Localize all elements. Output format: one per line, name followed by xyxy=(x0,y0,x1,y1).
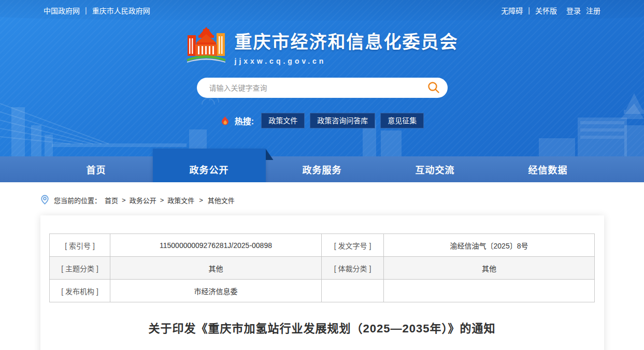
meta-label-empty xyxy=(322,280,384,302)
top-bar-left-divider: | xyxy=(85,6,87,14)
meta-label-genre-category: [ 体裁分类 ] xyxy=(322,257,384,280)
meta-value-subject-category: 其他 xyxy=(110,257,322,280)
top-bar-right-divider: | xyxy=(528,6,530,14)
link-chongqing-gov[interactable]: 重庆市人民政府网 xyxy=(92,5,150,16)
location-pin-icon xyxy=(40,195,49,205)
nav-item-interaction-label: 互动交流 xyxy=(416,163,455,176)
top-utility-bar: 中国政府网 | 重庆市人民政府网 无障碍 | 关怀版 登录 注册 xyxy=(0,0,644,21)
search-input[interactable] xyxy=(197,78,448,98)
breadcrumb-prefix: 您当前的位置： xyxy=(54,195,101,205)
nav-item-economic-data-label: 经信数据 xyxy=(528,163,568,176)
site-logo-icon xyxy=(186,27,226,66)
document-title: 关于印发《重庆市加氢站行业发展规划（2025—2035年）》的通知 xyxy=(49,319,595,336)
meta-value-issuing-agency: 市经济信息委 xyxy=(110,280,322,302)
search-bar xyxy=(197,78,448,98)
nav-item-economic-data[interactable]: 经信数据 xyxy=(492,156,605,182)
hot-search-label: 热搜: xyxy=(235,114,254,127)
meta-label-doc-number: [ 发文字号 ] xyxy=(322,234,384,257)
hot-search-item-opinion[interactable]: 意见征集 xyxy=(380,113,424,128)
link-accessibility[interactable]: 无障碍 xyxy=(501,5,523,16)
breadcrumb-gov-disclosure[interactable]: 政务公开 xyxy=(130,195,156,205)
link-login[interactable]: 登录 xyxy=(566,5,581,16)
flame-icon xyxy=(220,115,230,126)
table-row: [ 主题分类 ] 其他 [ 体裁分类 ] 其他 xyxy=(50,257,595,280)
top-bar-right-links: 无障碍 | 关怀版 登录 注册 xyxy=(501,5,600,16)
nav-item-gov-services-label: 政务服务 xyxy=(303,163,342,176)
breadcrumb-separator: > xyxy=(199,196,203,204)
site-url: jjxxw.cq.gov.cn xyxy=(235,57,459,65)
document-card: [ 索引号 ] 11500000009276281J/2025-00898 [ … xyxy=(40,215,604,350)
site-name: 重庆市经济和信息化委员会 xyxy=(235,28,459,53)
meta-value-empty xyxy=(384,280,595,302)
main-nav: 首页 政务公开 政务服务 互动交流 经信数据 xyxy=(0,156,644,182)
hot-search-item-policy-qa[interactable]: 政策咨询问答库 xyxy=(310,113,375,128)
meta-value-genre-category: 其他 xyxy=(384,257,595,280)
link-register[interactable]: 注册 xyxy=(586,5,600,16)
document-meta-table: [ 索引号 ] 11500000009276281J/2025-00898 [ … xyxy=(49,234,595,302)
breadcrumb-separator: > xyxy=(160,196,164,204)
hot-search-item-policy-docs[interactable]: 政策文件 xyxy=(261,113,305,128)
search-icon xyxy=(427,88,440,96)
breadcrumb-separator: > xyxy=(122,196,126,204)
table-row: [ 发布机构 ] 市经济信息委 xyxy=(50,280,595,302)
nav-item-gov-disclosure-label: 政务公开 xyxy=(190,163,229,176)
nav-item-gov-services[interactable]: 政务服务 xyxy=(266,156,379,182)
breadcrumb-home[interactable]: 首页 xyxy=(105,195,118,205)
site-header: 中国政府网 | 重庆市人民政府网 无障碍 | 关怀版 登录 注册 xyxy=(0,0,644,182)
link-china-gov[interactable]: 中国政府网 xyxy=(44,5,80,16)
site-title-block: 重庆市经济和信息化委员会 jjxxw.cq.gov.cn xyxy=(235,28,459,65)
meta-value-doc-number: 渝经信油气〔2025〕8号 xyxy=(384,234,595,257)
breadcrumb-policy-docs[interactable]: 政策文件 xyxy=(167,195,194,205)
meta-label-index-number: [ 索引号 ] xyxy=(50,234,110,257)
top-bar-left-links: 中国政府网 | 重庆市人民政府网 xyxy=(44,5,150,16)
nav-item-home-label: 首页 xyxy=(87,163,106,176)
breadcrumb: 您当前的位置： 首页 > 政务公开 > 政策文件 > 其他文件 xyxy=(0,182,644,205)
nav-item-interaction[interactable]: 互动交流 xyxy=(379,156,492,182)
link-care-version[interactable]: 关怀版 xyxy=(535,5,557,16)
meta-value-index-number: 11500000009276281J/2025-00898 xyxy=(110,234,322,257)
breadcrumb-other-docs[interactable]: 其他文件 xyxy=(208,195,235,205)
main-nav-inner: 首页 政务公开 政务服务 互动交流 经信数据 xyxy=(40,156,605,182)
meta-label-issuing-agency: [ 发布机构 ] xyxy=(50,280,110,302)
active-tab-fold xyxy=(266,149,274,160)
nav-item-home[interactable]: 首页 xyxy=(40,156,153,182)
nav-item-gov-disclosure[interactable]: 政务公开 xyxy=(153,156,266,182)
hot-search-row: 热搜: 政策文件 政策咨询问答库 意见征集 xyxy=(0,113,644,128)
table-row: [ 索引号 ] 11500000009276281J/2025-00898 [ … xyxy=(50,234,595,257)
site-logo[interactable]: 重庆市经济和信息化委员会 jjxxw.cq.gov.cn xyxy=(0,27,644,66)
meta-label-subject-category: [ 主题分类 ] xyxy=(50,257,110,280)
search-button[interactable] xyxy=(426,80,441,96)
